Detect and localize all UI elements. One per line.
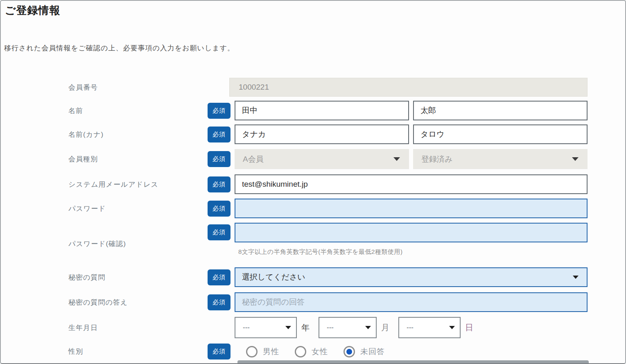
chevron-down-icon: [572, 157, 579, 161]
birth-year-value: ---: [243, 323, 250, 332]
birth-year-select[interactable]: ---: [235, 317, 297, 338]
member-type-value: A会員: [243, 154, 264, 165]
first-name-input[interactable]: [413, 101, 588, 120]
gender-radio-male[interactable]: [246, 346, 258, 357]
birth-month-select[interactable]: ---: [319, 317, 377, 338]
chevron-down-icon: [285, 326, 291, 329]
member-number-label: 会員番号: [68, 83, 208, 92]
member-type-label: 会員種別: [68, 154, 208, 164]
required-badge: 必須: [208, 269, 231, 285]
field-row-password: パスワード 必須: [1, 199, 625, 218]
member-number-input: [229, 78, 588, 97]
required-badge: 必須: [208, 127, 231, 142]
last-name-kana-input[interactable]: [235, 124, 409, 144]
birth-day-value: ---: [407, 323, 414, 332]
member-type-select: A会員: [235, 149, 409, 169]
field-row-password-confirm: パスワード(確認) 必須 8文字以上の半角英数字記号(半角英数字を最低2種類使用…: [1, 223, 625, 262]
page-description: 移行された会員情報をご確認の上、必要事項の入力をお願いします。: [4, 43, 235, 53]
day-unit-label: 日: [465, 322, 473, 333]
gender-option-label: 女性: [312, 346, 328, 357]
next-element-cutoff: [237, 360, 589, 363]
gender-radio-no-answer[interactable]: [344, 346, 355, 357]
registration-page: ご登録情報 移行された会員情報をご確認の上、必要事項の入力をお願いします。 会員…: [0, 0, 626, 364]
gender-radio-female[interactable]: [295, 346, 306, 357]
field-row-name-kana: 名前(カナ) 必須: [1, 124, 625, 144]
required-badge: 必須: [208, 201, 231, 217]
field-row-member-number: 会員番号: [1, 78, 625, 97]
birth-day-select[interactable]: ---: [398, 317, 461, 338]
secret-answer-input[interactable]: [235, 292, 588, 312]
birth-date-label: 生年月日: [68, 323, 208, 332]
required-badge: 必須: [208, 103, 231, 119]
required-badge: 必須: [208, 151, 231, 167]
name-kana-label: 名前(カナ): [68, 130, 208, 139]
field-row-member-type: 会員種別 必須 A会員 登録済み: [1, 149, 625, 169]
required-badge: 必須: [208, 344, 231, 359]
registration-form: 会員番号 名前 必須 名前(カナ) 必須: [1, 78, 625, 359]
secret-question-label: 秘密の質問: [68, 273, 208, 282]
password-hint: 8文字以上の半角英数字記号(半角英数字を最低2種類使用): [235, 248, 588, 256]
secret-question-select[interactable]: 選択してください: [235, 267, 588, 287]
member-status-select: 登録済み: [413, 149, 588, 169]
system-email-label: システム用メールアドレス: [68, 180, 208, 189]
field-row-system-email: システム用メールアドレス 必須: [1, 174, 625, 194]
field-row-birth-date: 生年月日 --- 年 --- 月 --- 日: [1, 317, 625, 338]
birth-month-value: ---: [327, 323, 334, 332]
chevron-down-icon: [393, 157, 400, 161]
field-row-secret-question: 秘密の質問 必須 選択してください: [1, 267, 625, 287]
password-confirm-label: パスワード(確認): [68, 239, 208, 249]
chevron-down-icon: [365, 326, 371, 329]
secret-question-value: 選択してください: [242, 272, 305, 283]
gender-label: 性別: [68, 347, 208, 356]
password-confirm-input[interactable]: [235, 223, 588, 242]
last-name-input[interactable]: [235, 101, 409, 120]
field-row-gender: 性別 必須 男性 女性 未回答: [1, 344, 625, 359]
password-input[interactable]: [235, 199, 588, 218]
password-label: パスワード: [68, 204, 208, 213]
secret-answer-label: 秘密の質問の答え: [68, 298, 208, 307]
system-email-input[interactable]: [235, 174, 588, 194]
name-label: 名前: [68, 106, 208, 115]
required-badge: 必須: [208, 294, 231, 310]
month-unit-label: 月: [381, 322, 389, 333]
gender-option-label: 男性: [263, 346, 279, 357]
chevron-down-icon: [573, 276, 579, 279]
field-row-name: 名前 必須: [1, 101, 625, 120]
required-badge: 必須: [208, 224, 231, 240]
page-title: ご登録情報: [5, 3, 61, 18]
field-row-secret-answer: 秘密の質問の答え 必須: [1, 292, 625, 312]
first-name-kana-input[interactable]: [413, 124, 588, 144]
chevron-down-icon: [449, 326, 455, 329]
required-badge: 必須: [208, 176, 231, 192]
year-unit-label: 年: [301, 322, 310, 333]
gender-option-label: 未回答: [360, 346, 385, 357]
member-status-value: 登録済み: [421, 154, 452, 165]
